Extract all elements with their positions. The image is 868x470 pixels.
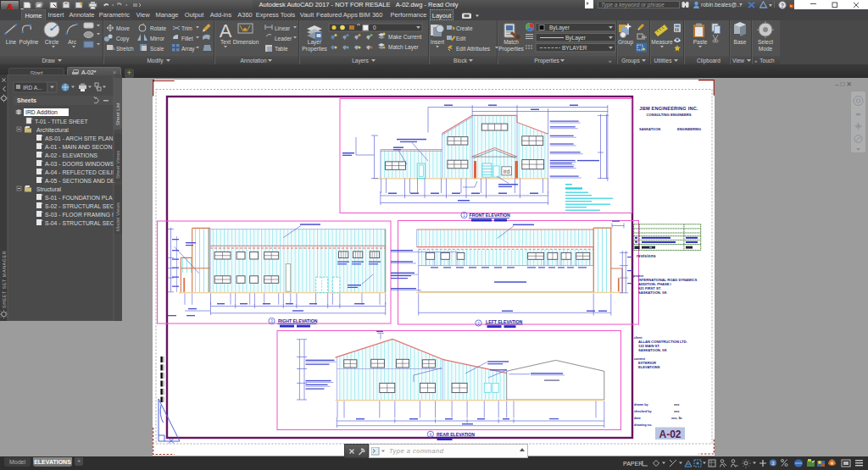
svg-text:JBM ENGINEERING INC.: JBM ENGINEERING INC. (639, 106, 698, 111)
svg-text:ELEVATIONS: ELEVATIONS (638, 365, 660, 369)
svg-text:S-01 - FOUNDATION PLA: S-01 - FOUNDATION PLA (45, 195, 113, 201)
svg-text:Edit: Edit (456, 36, 465, 41)
svg-text:Groups: Groups (621, 58, 640, 64)
svg-text:Arc: Arc (68, 39, 77, 45)
svg-text:Modify: Modify (147, 58, 164, 64)
svg-text:Stretch: Stretch (116, 46, 134, 52)
svg-text:FRONT ELEVATION: FRONT ELEVATION (470, 213, 510, 218)
svg-text:Utilities: Utilities (654, 58, 673, 64)
svg-text:xxx, 9x: xxx, 9x (671, 417, 683, 420)
svg-text:»: » (754, 58, 758, 64)
svg-text:Sheet Views: Sheet Views (115, 151, 120, 179)
svg-text:SHEET SET MANAGER: SHEET SET MANAGER (2, 251, 7, 308)
svg-text:PAPER: PAPER (623, 461, 643, 467)
svg-text:Clipboard: Clipboard (697, 58, 721, 64)
svg-text:IRD A...: IRD A... (23, 85, 42, 91)
svg-text:T-01 - TITLE SHEET: T-01 - TITLE SHEET (35, 119, 88, 124)
svg-text:Base: Base (734, 39, 747, 45)
svg-text:IRD Addition: IRD Addition (25, 109, 58, 115)
svg-text:Properties: Properties (302, 46, 327, 53)
svg-text:0: 0 (373, 25, 376, 30)
svg-text:RIGHT ELEVATION: RIGHT ELEVATION (278, 318, 318, 323)
svg-text:A-02 - ELEVATIONS: A-02 - ELEVATIONS (45, 152, 98, 158)
svg-text:A-05 - SECTIONS AND DE: A-05 - SECTIONS AND DE (45, 178, 115, 184)
svg-text:Mirror: Mirror (150, 36, 165, 41)
svg-text:CONSULTING ENGINEERS: CONSULTING ENGINEERS (646, 113, 691, 117)
svg-text:Draw: Draw (42, 58, 54, 64)
svg-text:SASKATOON, SK: SASKATOON, SK (638, 348, 667, 352)
svg-text:Circle: Circle (45, 39, 59, 45)
svg-text:Copy: Copy (116, 36, 130, 42)
svg-text:drawing no.: drawing no. (634, 423, 652, 427)
svg-text:LEFT ELEVATION: LEFT ELEVATION (486, 319, 523, 324)
svg-text:Model Views: Model Views (115, 202, 120, 231)
svg-text:Properties: Properties (534, 58, 559, 64)
svg-text:drawn by: drawn by (634, 403, 649, 406)
svg-text:Table: Table (275, 46, 288, 52)
svg-text:AS-01 - ARCH SITE PLAN: AS-01 - ARCH SITE PLAN (45, 135, 114, 141)
svg-text:Structural: Structural (36, 186, 62, 192)
svg-text:Move: Move (116, 25, 130, 31)
svg-text:Sheet List: Sheet List (115, 102, 120, 125)
svg-text:xxx: xxx (674, 410, 680, 413)
svg-text:Edit Attributes: Edit Attributes (456, 46, 491, 52)
svg-text:S-03 - FLOOR FRAMING P: S-03 - FLOOR FRAMING P (45, 212, 116, 218)
svg-text:Layers: Layers (352, 58, 369, 64)
svg-text:A-01 - MAIN AND SECON: A-01 - MAIN AND SECON (45, 144, 112, 150)
svg-text:Insert: Insert (431, 39, 444, 45)
svg-text:SASKATOON: SASKATOON (639, 127, 660, 131)
svg-text:»: » (609, 58, 612, 64)
svg-text:Architectural: Architectural (36, 127, 69, 133)
svg-text:Touch: Touch (760, 58, 775, 64)
svg-text:revisions: revisions (637, 254, 656, 258)
svg-text:ird: ird (504, 169, 510, 174)
svg-text:BYLAYER: BYLAYER (562, 45, 587, 51)
svg-text:Match Layer: Match Layer (388, 44, 420, 51)
svg-text:Leader: Leader (275, 36, 292, 41)
svg-text:ByLayer: ByLayer (549, 25, 570, 31)
svg-text:A-04 - REFLECTED CEILIN: A-04 - REFLECTED CEILIN (45, 169, 117, 175)
svg-text:Scale: Scale (150, 46, 164, 52)
svg-text:Select: Select (758, 39, 773, 45)
svg-text:date: date (634, 417, 641, 420)
svg-text:checked by: checked by (634, 410, 653, 413)
svg-text:ByLayer: ByLayer (565, 35, 587, 41)
svg-text:REAR ELEVATION: REAR ELEVATION (437, 432, 475, 437)
svg-text:Text: Text (220, 39, 231, 45)
svg-text:Match: Match (504, 39, 519, 45)
svg-text:Paste: Paste (693, 39, 708, 45)
svg-text:Create: Create (456, 25, 473, 31)
svg-text:Dimension: Dimension (233, 39, 259, 45)
svg-text:Polyline: Polyline (19, 39, 39, 46)
svg-text:Block: Block (453, 58, 468, 64)
svg-text:A-02: A-02 (659, 429, 681, 440)
svg-text:Rotate: Rotate (150, 25, 167, 31)
svg-text:Fillet: Fillet (181, 36, 193, 41)
svg-text:A-03 - DOORS WINDOWS: A-03 - DOORS WINDOWS (45, 161, 114, 167)
svg-text:Array: Array (181, 46, 195, 53)
svg-text:ENGINEERING: ENGINEERING (677, 127, 701, 131)
svg-text:Group: Group (618, 39, 633, 46)
svg-text:xxx: xxx (674, 403, 680, 406)
svg-text:Properties: Properties (498, 46, 524, 53)
svg-text:Mode: Mode (759, 46, 773, 52)
svg-text:Line: Line (6, 39, 17, 45)
svg-text:Make Current: Make Current (388, 34, 422, 40)
svg-text:?: ? (781, 2, 784, 8)
svg-text:Trim: Trim (181, 25, 192, 31)
svg-text:S-02 - STRUCTURAL SECT: S-02 - STRUCTURAL SECT (45, 203, 118, 209)
svg-text:Linear: Linear (275, 25, 291, 31)
svg-text:Sheets: Sheets (17, 97, 36, 103)
svg-text:SASKATOON, SK: SASKATOON, SK (638, 290, 667, 295)
svg-text:S-04 - STRUCTURAL SECT: S-04 - STRUCTURAL SECT (45, 220, 118, 226)
svg-text:View: View (732, 58, 744, 64)
svg-text:Annotation: Annotation (240, 58, 266, 64)
svg-text:Measure: Measure (651, 39, 673, 45)
